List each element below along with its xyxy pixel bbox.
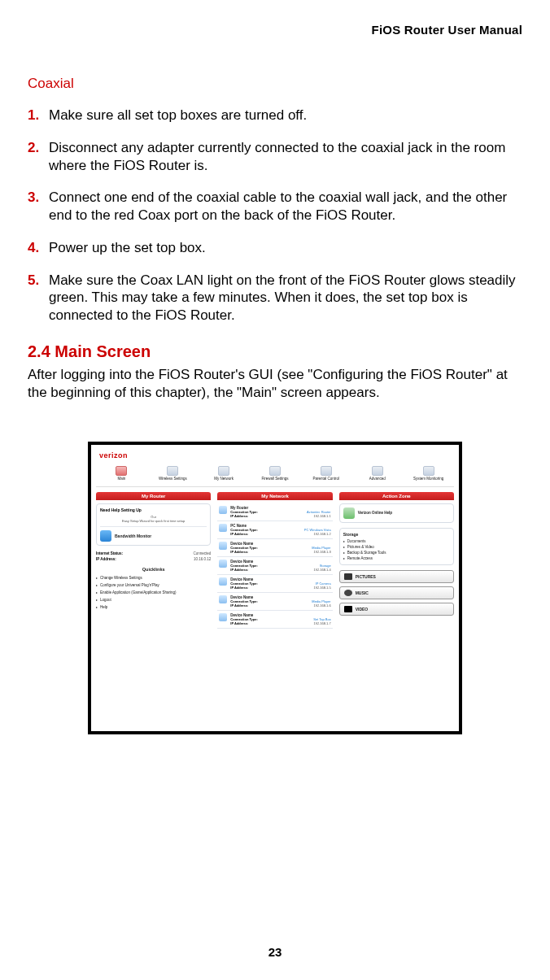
network-device[interactable]: Device NameConnection Type:IP CameraIP A… [217,575,332,593]
storage-documents[interactable]: Documents [343,538,450,544]
network-device[interactable]: Device NameConnection Type:Media PlayerI… [217,593,332,611]
help-badge-text: Verizon Online Help [358,511,392,515]
quicklinks-list: Change Wireless Settings Configure your … [96,574,211,611]
network-device[interactable]: Device NameConnection Type:Set Top BoxIP… [217,611,332,629]
manual-title: FiOS Router User Manual [28,23,522,37]
quicklink-upnp[interactable]: Configure your Universal Plug'n'Play [96,581,211,589]
video-icon [344,606,352,612]
tab-monitoring[interactable]: System Monitoring [404,466,452,481]
quicklink-help[interactable]: Help [96,603,211,611]
step-5: 5.Make sure the Coax LAN light on the fr… [28,272,522,324]
storage-remote[interactable]: Remote Access [343,555,450,561]
parental-icon [321,466,332,476]
network-device[interactable]: PC NameConnection Type:PC Windows VistaI… [217,521,332,539]
quicklink-logout[interactable]: Logout [96,596,211,603]
tab-parental[interactable]: Parental Control [302,466,350,481]
section-heading: 2.4 Main Screen [28,342,522,361]
tab-firewall[interactable]: Firewall Settings [251,466,299,481]
step-4: 4.Power up the set top box. [28,239,522,257]
coaxial-steps: 1.Make sure all set top boxes are turned… [28,107,522,324]
storage-backup[interactable]: Backup & Storage Tools [343,550,450,555]
step-2-text: Disconnect any adapter currently connect… [49,139,522,175]
device-icon [219,542,227,550]
col-action-zone: Action Zone Verizon Online Help Storage … [339,492,454,724]
tab-main[interactable]: Main [98,466,146,481]
col-my-router: My Router Need Help Setting Up Our Easy … [96,492,211,724]
page-number: 23 [0,945,550,959]
music-icon [344,590,352,596]
step-1-text: Make sure all set top boxes are turned o… [49,107,522,124]
step-3: 3.Connect one end of the coaxial cable t… [28,189,522,224]
brand-logo: verizon [96,451,454,463]
bandwidth-icon [100,530,111,542]
storage-pictures[interactable]: Pictures & Video [343,544,450,550]
router-gui-screenshot: verizon Main Wireless Settings My Networ… [88,442,462,734]
storage-card: Storage Documents Pictures & Video Backu… [339,528,454,565]
wireless-icon [167,466,178,476]
tab-network[interactable]: My Network [200,466,248,481]
device-icon [219,524,227,532]
col-action-zone-header: Action Zone [339,492,454,500]
tab-advanced[interactable]: Advanced [353,466,401,481]
network-icon [218,466,229,476]
setup-card-sub2: Easy Setup Wizard for quick first time s… [100,519,207,523]
firewall-icon [269,466,281,476]
step-2: 2.Disconnect any adapter currently conne… [28,139,522,175]
device-icon [219,506,227,514]
step-4-text: Power up the set top box. [49,239,522,257]
col-my-network-header: My Network [217,492,332,500]
device-icon [219,577,227,586]
bandwidth-monitor-link[interactable]: Bandwidth Monitor [100,526,207,542]
setup-card-title: Need Help Setting Up [100,507,207,512]
home-icon [116,466,127,476]
network-device[interactable]: Device NameConnection Type:StorageIP Add… [217,557,332,575]
router-status: Internet Status:Connected IP Address:10.… [96,551,211,562]
network-device[interactable]: My RouterConnection Type:Actiontec Route… [217,503,332,521]
monitor-icon [423,466,434,476]
step-1: 1.Make sure all set top boxes are turned… [28,107,522,124]
col-my-network: My Network My RouterConnection Type:Acti… [217,492,332,724]
device-icon [219,595,227,603]
music-button[interactable]: MUSIC [339,586,454,599]
help-badge[interactable]: Verizon Online Help [339,503,454,523]
bandwidth-label: Bandwidth Monitor [115,534,151,538]
pictures-icon [344,573,352,580]
col-my-router-header: My Router [96,492,211,500]
video-button[interactable]: VIDEO [339,603,454,616]
pictures-button[interactable]: PICTURES [339,570,454,583]
step-5-text: Make sure the Coax LAN light on the fron… [49,272,522,324]
tab-wireless[interactable]: Wireless Settings [149,466,197,481]
device-icon [219,613,227,621]
quicklinks-title: Quicklinks [96,567,211,572]
coaxial-heading: Coaxial [28,76,522,92]
quicklink-app[interactable]: Enable Application (Game/Application Sha… [96,589,211,596]
device-icon [219,560,227,568]
setup-card: Need Help Setting Up Our Easy Setup Wiza… [96,503,211,546]
step-3-text: Connect one end of the coaxial cable to … [49,189,522,224]
network-device[interactable]: Device NameConnection Type:Media PlayerI… [217,539,332,557]
quicklink-wireless[interactable]: Change Wireless Settings [96,574,211,581]
storage-title: Storage [343,532,450,537]
advanced-icon [372,466,383,476]
nav-tabs: Main Wireless Settings My Network Firewa… [96,463,454,487]
section-body: After logging into the FiOS Router's GUI… [28,366,522,402]
storage-list: Documents Pictures & Video Backup & Stor… [343,538,450,561]
help-icon [343,507,355,519]
